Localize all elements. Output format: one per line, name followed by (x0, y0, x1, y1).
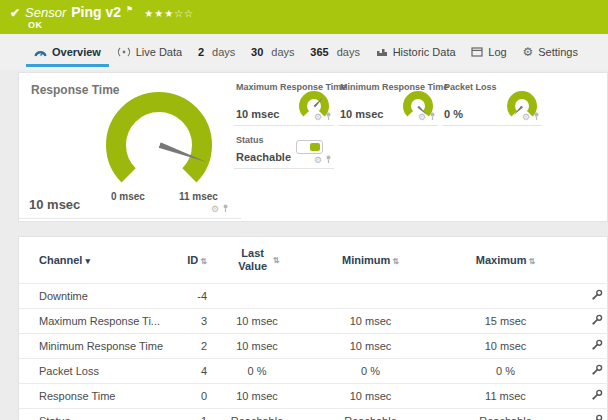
maximum-value: 15 msec (438, 308, 573, 333)
toggle-knob (310, 143, 320, 151)
channel-id: 3 (169, 308, 211, 333)
flag-icon[interactable]: ⚑ (126, 5, 133, 14)
channel-name[interactable]: Packet Loss (19, 358, 169, 383)
sort-icon: ⇅ (392, 257, 399, 266)
tab-settings[interactable]: ⚙ Settings (518, 34, 582, 70)
column-header-actions (573, 237, 608, 283)
table-row-packet-loss[interactable]: Packet Loss 4 0 % 0 % 0 % (19, 358, 608, 383)
channel-id: 0 (169, 383, 211, 408)
live-signal-icon (117, 47, 131, 57)
tab-label: Log (488, 46, 506, 58)
channel-name[interactable]: Response Time (19, 383, 169, 408)
bar-chart-icon (376, 47, 388, 57)
last-value: 10 msec (211, 308, 303, 333)
tab-365-days[interactable]: 365days (306, 34, 364, 70)
channel-settings-wrench-icon[interactable] (591, 389, 603, 403)
column-header-maximum[interactable]: Maximum⇅ (438, 237, 573, 283)
channel-name[interactable]: Maximum Response Ti... (19, 308, 169, 333)
channel-settings-wrench-icon[interactable] (591, 364, 603, 378)
gauge-scale-max: 11 msec (179, 191, 218, 202)
tab-historic-data[interactable]: Historic Data (372, 34, 460, 70)
response-time-gauge-cell: Response Time 0 msec 11 msec 10 msec ⚙ (19, 73, 241, 219)
gear-icon: ⚙ (522, 45, 533, 59)
tab-label: Overview (52, 46, 101, 58)
sensor-status-badge: OK (28, 20, 43, 30)
column-header-id[interactable]: ID⇅ (169, 237, 211, 283)
last-value: 0 % (211, 358, 303, 383)
gauge-value: 10 msec (236, 108, 279, 120)
channel-table: Channel▾ ID⇅ Last Value⇅ Minimum⇅ Maximu… (19, 237, 608, 420)
sort-icon: ⇅ (529, 257, 536, 266)
gauge-value: 10 msec (29, 197, 80, 212)
tab-2-days[interactable]: 2days (194, 34, 239, 70)
tab-30-days[interactable]: 30days (247, 34, 299, 70)
maximum-value: Reachable (438, 408, 573, 420)
table-row-downtime[interactable]: Downtime -4 (19, 283, 608, 308)
sensor-banner: ✔ Sensor Ping v2 ⚑ ★★★☆☆ OK (0, 0, 608, 34)
channel-name[interactable]: Status (19, 408, 169, 420)
channel-settings-wrench-icon[interactable] (591, 314, 603, 328)
gear-icon[interactable]: ⚙ (211, 204, 219, 214)
tab-unit: days (337, 46, 360, 58)
sort-icon: ⇅ (273, 256, 280, 265)
gear-icon[interactable]: ⚙ (418, 112, 426, 122)
packet-loss-cell: Packet Loss 0 % ⚙ (442, 78, 542, 126)
gauge-title: Packet Loss (444, 82, 497, 92)
minimum-value: 0 % (303, 358, 438, 383)
minimum-value: 10 msec (303, 383, 438, 408)
tab-overview[interactable]: Overview (30, 34, 105, 70)
last-value: 10 msec (211, 333, 303, 358)
table-row-status[interactable]: Status 1 Reachable Reachable Reachable (19, 408, 608, 420)
channel-name[interactable]: Downtime (19, 283, 169, 308)
pin-icon[interactable] (325, 155, 332, 165)
priority-stars[interactable]: ★★★☆☆ (144, 8, 194, 19)
pin-icon[interactable] (429, 112, 436, 122)
minimum-value: Reachable (303, 408, 438, 420)
tab-log[interactable]: Log (467, 34, 510, 70)
channel-settings-wrench-icon[interactable] (591, 414, 603, 420)
maximum-value (438, 283, 573, 308)
status-title: Status (236, 135, 264, 145)
gear-icon[interactable]: ⚙ (314, 155, 322, 165)
minimum-value (303, 283, 438, 308)
channel-name[interactable]: Minimum Response Time (19, 333, 169, 358)
channel-id: 1 (169, 408, 211, 420)
column-header-channel[interactable]: Channel▾ (19, 237, 169, 283)
tab-unit: days (212, 46, 235, 58)
tab-label: Settings (538, 46, 578, 58)
table-row-minimum-response-time[interactable]: Minimum Response Time 2 10 msec 10 msec … (19, 333, 608, 358)
status-cell: Status Reachable ⚙ (234, 131, 334, 169)
minimum-value: 10 msec (303, 308, 438, 333)
sort-desc-icon: ▾ (85, 256, 90, 266)
column-header-last-value[interactable]: Last Value⇅ (211, 237, 303, 283)
last-value (211, 283, 303, 308)
ok-check-icon: ✔ (10, 6, 20, 20)
min-response-time-cell: Minimum Response Time 10 msec ⚙ (338, 78, 438, 126)
gear-icon[interactable]: ⚙ (522, 112, 530, 122)
pin-icon[interactable] (222, 204, 229, 214)
channel-settings-wrench-icon[interactable] (591, 339, 603, 353)
gear-icon[interactable]: ⚙ (314, 112, 322, 122)
table-header-row: Channel▾ ID⇅ Last Value⇅ Minimum⇅ Maximu… (19, 237, 608, 283)
maximum-value: 11 msec (438, 383, 573, 408)
maximum-value: 0 % (438, 358, 573, 383)
table-row-response-time[interactable]: Response Time 0 10 msec 10 msec 11 msec (19, 383, 608, 408)
column-header-minimum[interactable]: Minimum⇅ (303, 237, 438, 283)
pin-icon[interactable] (325, 112, 332, 122)
table-row-maximum-response-time[interactable]: Maximum Response Ti... 3 10 msec 10 msec… (19, 308, 608, 333)
tab-num: 30 (251, 46, 263, 58)
sensor-title: Ping v2 (71, 4, 121, 20)
channel-settings-wrench-icon[interactable] (591, 289, 603, 303)
tab-bar: Overview Live Data 2days 30days 365days … (0, 34, 608, 70)
tab-num: 2 (198, 46, 204, 58)
pin-icon[interactable] (533, 112, 540, 122)
maximum-value: 10 msec (438, 333, 573, 358)
gauge-icon (34, 47, 47, 58)
channel-id: 2 (169, 333, 211, 358)
last-value: 10 msec (211, 383, 303, 408)
response-time-gauge (101, 87, 217, 203)
last-value: Reachable (211, 408, 303, 420)
minimum-value: 10 msec (303, 333, 438, 358)
tab-live-data[interactable]: Live Data (113, 34, 186, 70)
prtg-sensor-page: ✔ Sensor Ping v2 ⚑ ★★★☆☆ OK Overview Liv… (0, 0, 608, 420)
